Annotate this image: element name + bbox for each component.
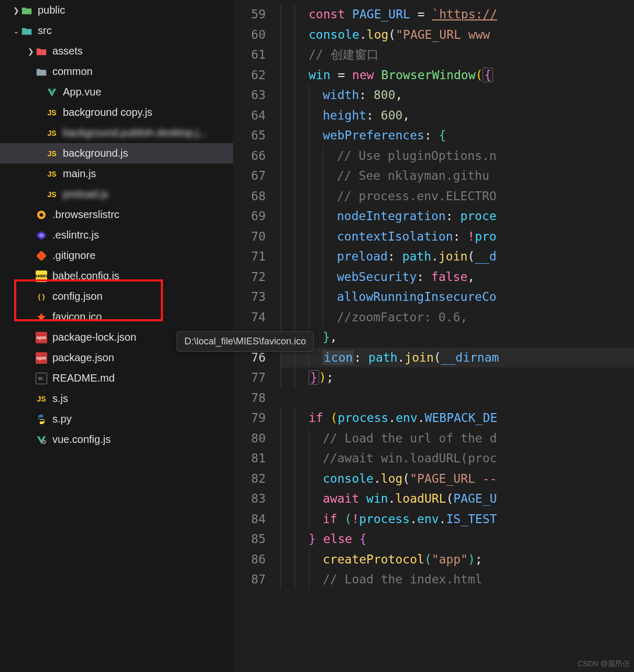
code-line[interactable]: createProtocol("app");: [280, 549, 634, 570]
tree-item--eslintrc-js[interactable]: .eslintrc.js: [0, 225, 233, 245]
tree-item-main-js[interactable]: JSmain.js: [0, 164, 233, 184]
tree-item-label: public: [38, 4, 65, 16]
line-number: 71: [233, 246, 266, 267]
browsers-icon: [36, 209, 47, 221]
tree-item-label: background.js: [63, 147, 128, 159]
tree-item-public[interactable]: ❯public: [0, 0, 233, 20]
tree-item-readme-md[interactable]: M↓README.md: [0, 368, 233, 388]
tree-item-background-publish-desktop-j---[interactable]: JSbackground.publish.desktop.j...: [0, 123, 233, 143]
folder-public-icon: [21, 5, 32, 16]
tree-item-config-json[interactable]: { }config.json: [0, 286, 233, 307]
line-number: 85: [233, 529, 266, 549]
js-icon: JS: [46, 148, 58, 159]
watermark: CSDN @屋昂仼: [577, 659, 630, 669]
code-line[interactable]: // process.env.ELECTRO: [280, 186, 634, 207]
tree-item-common[interactable]: common: [0, 61, 233, 82]
line-number: 69: [233, 206, 266, 226]
code-line[interactable]: //zoomFactor: 0.6,: [280, 307, 634, 328]
eslint-icon: [36, 230, 47, 241]
code-line[interactable]: nodeIntegration: proce: [280, 206, 634, 226]
js-icon: JS: [46, 168, 58, 180]
code-line[interactable]: width: 800,: [280, 85, 634, 105]
js-icon: JS: [46, 127, 58, 139]
tree-item-babel-config-js[interactable]: BABELbabel.config.js: [0, 266, 233, 286]
code-line[interactable]: // Use pluginOptions.n: [280, 146, 634, 166]
tree-item-src[interactable]: ⌄src: [0, 20, 233, 41]
code-line[interactable]: contextIsolation: !pro: [280, 226, 634, 247]
code-line[interactable]: webPreferences: {: [280, 125, 634, 146]
code-line[interactable]: // Load the url of the d: [280, 428, 634, 449]
tree-item-label: preload.js: [63, 188, 108, 200]
svg-point-1: [39, 213, 43, 216]
tree-item-label: App.vue: [63, 86, 101, 98]
code-line[interactable]: win = new BrowserWindow({: [280, 65, 634, 85]
code-line[interactable]: // See nklayman.githu: [280, 166, 634, 186]
tree-item-label: background copy.js: [63, 106, 152, 118]
js-icon: JS: [46, 107, 58, 118]
code-line[interactable]: preload: path.join(__d: [280, 246, 634, 267]
line-number: 59: [233, 4, 266, 25]
code-line[interactable]: // Load the index.html: [280, 569, 634, 590]
line-number: 79: [233, 408, 266, 428]
code-line[interactable]: // 创建窗口: [280, 45, 634, 65]
code-line[interactable]: });: [280, 367, 634, 388]
code-line[interactable]: await win.loadURL(PAGE_U: [280, 489, 634, 509]
json-icon: { }: [36, 291, 47, 302]
folder-common-icon: [36, 66, 47, 78]
code-line[interactable]: } else {: [280, 529, 634, 549]
code-line[interactable]: if (process.env.WEBPACK_DE: [280, 408, 634, 428]
line-number: 81: [233, 448, 266, 469]
tree-item-preload-js[interactable]: JSpreload.js: [0, 184, 233, 204]
code-line[interactable]: [280, 388, 634, 408]
code-line[interactable]: //await win.loadURL(proc: [280, 448, 634, 469]
tree-item-label: .eslintrc.js: [52, 229, 99, 241]
tree-item-s-js[interactable]: JSs.js: [0, 388, 233, 409]
md-icon: M↓: [36, 373, 47, 384]
tree-item-label: babel.config.js: [52, 270, 119, 282]
code-line[interactable]: allowRunningInsecureCo: [280, 287, 634, 307]
tree-item-app-vue[interactable]: App.vue: [0, 82, 233, 102]
line-number: 67: [233, 166, 266, 186]
line-number: 73: [233, 287, 266, 307]
npm-icon: npm: [36, 332, 47, 343]
tree-item-label: config.json: [52, 290, 103, 302]
code-line[interactable]: icon: path.join(__dirnam: [280, 348, 634, 368]
svg-rect-4: [37, 251, 46, 261]
line-number: 74: [233, 307, 266, 328]
line-number: 86: [233, 549, 266, 570]
line-number: 84: [233, 509, 266, 529]
code-line[interactable]: if (!process.env.IS_TEST: [280, 509, 634, 529]
folder-src-icon: [21, 25, 32, 37]
tree-item-background-copy-js[interactable]: JSbackground copy.js: [0, 102, 233, 123]
tree-item-s-py[interactable]: s.py: [0, 409, 233, 429]
line-number: 77: [233, 367, 266, 388]
tree-item-background-js[interactable]: JSbackground.js: [0, 143, 233, 164]
line-number: 64: [233, 105, 266, 126]
tree-item-assets[interactable]: ❯assets: [0, 41, 233, 61]
tree-item--gitignore[interactable]: .gitignore: [0, 245, 233, 266]
code-line[interactable]: },: [280, 327, 634, 348]
tree-item-label: favicon.ico: [52, 311, 102, 323]
tree-item-label: common: [52, 66, 93, 78]
tree-item-label: .browserslistrc: [52, 209, 119, 221]
code-line[interactable]: webSecurity: false,: [280, 267, 634, 287]
tree-item-vue-config-js[interactable]: vue.config.js: [0, 429, 233, 450]
line-number: 68: [233, 186, 266, 207]
tree-item--browserslistrc[interactable]: .browserslistrc: [0, 204, 233, 225]
code-line[interactable]: console.log("PAGE_URL --: [280, 469, 634, 489]
chevron-right-icon: ❯: [26, 47, 36, 56]
chevron-down-icon: ⌄: [12, 27, 21, 35]
code-line[interactable]: console.log("PAGE_URL www: [280, 25, 634, 45]
code-area[interactable]: const PAGE_URL = `https://console.log("P…: [280, 0, 634, 672]
line-number: 80: [233, 428, 266, 449]
git-icon: [36, 250, 47, 262]
py-icon: [36, 414, 47, 425]
code-line[interactable]: height: 600,: [280, 105, 634, 126]
tree-item-label: s.js: [52, 393, 68, 405]
tree-item-favicon-ico[interactable]: favicon.ico: [0, 307, 233, 327]
line-number: 65: [233, 125, 266, 146]
code-line[interactable]: const PAGE_URL = `https://: [280, 4, 634, 25]
tree-item-label: background.publish.desktop.j...: [63, 127, 207, 139]
folder-assets-icon: [36, 46, 47, 57]
line-number: 62: [233, 65, 266, 85]
